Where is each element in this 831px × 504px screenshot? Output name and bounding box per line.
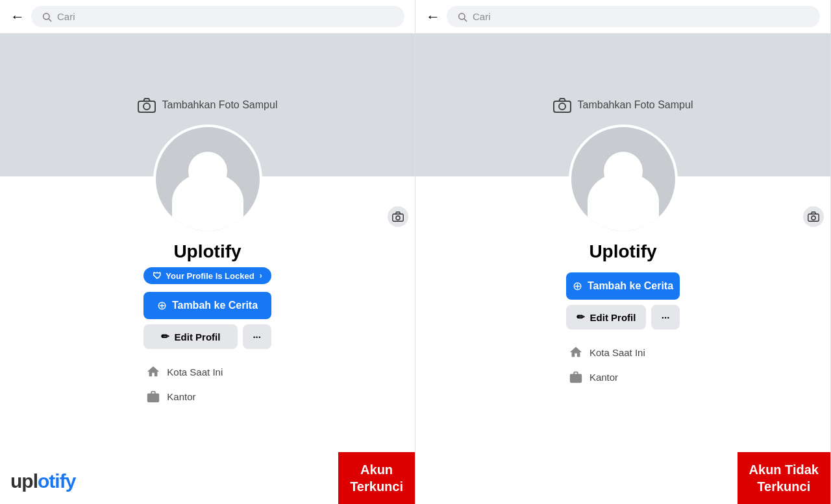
left-more-icon: ··· — [253, 331, 261, 342]
left-back-button[interactable]: ← — [10, 10, 25, 24]
left-info-city: Kota Saat Ini — [146, 359, 268, 384]
left-cover-text: Tambahkan Foto Sampul — [162, 99, 278, 111]
left-panel-content: Uplotify 🛡 Your Profile Is Locked › ⊕ Ta… — [0, 241, 415, 419]
right-cover-label: Tambahkan Foto Sampul — [553, 97, 693, 113]
left-locked-badge[interactable]: 🛡 Your Profile Is Locked › — [143, 267, 271, 284]
left-avatar-circle — [153, 125, 262, 234]
svg-line-1 — [49, 19, 51, 21]
right-edit-label: Edit Profil — [590, 312, 636, 323]
left-briefcase-icon — [146, 389, 160, 403]
right-camera-cover-icon — [553, 97, 571, 113]
left-camera-cover-icon — [138, 97, 156, 113]
left-search-placeholder: Cari — [57, 11, 75, 22]
right-silhouette-body — [588, 173, 659, 231]
right-search-icon — [457, 12, 467, 22]
left-edit-profile-button[interactable]: ✏ Edit Profil — [143, 324, 237, 349]
left-home-icon — [146, 365, 160, 379]
svg-point-3 — [143, 103, 150, 110]
right-info-city: Kota Saat Ini — [569, 340, 677, 365]
watermark-up: upl — [10, 470, 38, 492]
left-work-text: Kantor — [167, 391, 195, 402]
left-info-section: Kota Saat Ini Kantor — [143, 359, 271, 409]
svg-point-9 — [559, 103, 565, 110]
svg-line-7 — [464, 19, 467, 21]
main-container: ← Cari Tambahkan Foto Sampul — [0, 0, 831, 504]
right-panel-content: Uplotify ⊕ Tambah ke Cerita ✏ Edit Profi… — [416, 241, 830, 400]
right-work-text: Kantor — [589, 372, 618, 383]
left-city-text: Kota Saat Ini — [167, 366, 223, 378]
left-search-icon — [42, 12, 52, 22]
right-avatar-silhouette — [571, 127, 675, 231]
left-avatar-camera-icon — [392, 211, 404, 222]
left-action-row: ✏ Edit Profil ··· — [143, 324, 271, 349]
left-add-story-label: Tambah ke Cerita — [172, 300, 258, 311]
left-plus-icon: ⊕ — [157, 298, 167, 313]
right-home-icon — [569, 345, 583, 359]
left-account-badge: Akun Terkunci — [338, 452, 415, 504]
right-avatar-camera-button[interactable] — [802, 205, 825, 228]
right-panel: ← Cari Tambahkan Foto Sampul — [416, 0, 831, 504]
right-pencil-icon: ✏ — [577, 311, 585, 323]
left-add-story-button[interactable]: ⊕ Tambah ke Cerita — [143, 292, 271, 319]
left-more-button[interactable]: ··· — [243, 324, 271, 349]
svg-point-5 — [396, 216, 400, 220]
left-topbar: ← Cari — [0, 0, 415, 34]
left-chevron-right-icon: › — [260, 271, 262, 280]
right-add-story-button[interactable]: ⊕ Tambah ke Cerita — [566, 272, 680, 300]
left-edit-label: Edit Profil — [175, 331, 221, 342]
left-pencil-icon: ✏ — [161, 331, 169, 342]
right-profile-name: Uplotify — [589, 241, 656, 262]
right-info-section: Kota Saat Ini Kantor — [566, 340, 680, 389]
svg-point-11 — [812, 216, 815, 220]
right-add-story-label: Tambah ke Cerita — [588, 280, 673, 292]
right-action-row: ✏ Edit Profil ··· — [566, 305, 680, 330]
left-silhouette-body — [172, 173, 243, 231]
left-badge-line2: Terkunci — [350, 478, 403, 495]
right-topbar: ← Cari — [416, 0, 830, 34]
right-more-button[interactable]: ··· — [651, 305, 680, 330]
right-avatar-area — [416, 125, 830, 234]
right-back-button[interactable]: ← — [426, 10, 440, 24]
left-panel: ← Cari Tambahkan Foto Sampul — [0, 0, 416, 504]
left-avatar-area — [0, 125, 415, 234]
right-search-bar[interactable]: Cari — [447, 6, 820, 27]
left-cover-label: Tambahkan Foto Sampul — [138, 97, 278, 113]
right-account-badge: Akun Tidak Terkunci — [738, 452, 830, 504]
right-plus-icon: ⊕ — [573, 279, 582, 293]
left-shield-icon: 🛡 — [153, 270, 162, 281]
left-search-bar[interactable]: Cari — [31, 6, 404, 27]
right-cover-text: Tambahkan Foto Sampul — [578, 99, 693, 111]
right-edit-profile-button[interactable]: ✏ Edit Profil — [566, 305, 646, 330]
left-avatar-silhouette — [156, 127, 260, 231]
watermark: uplotify — [10, 470, 75, 492]
right-info-work: Kantor — [569, 365, 677, 389]
right-avatar-circle — [569, 125, 678, 234]
right-avatar-camera-icon — [808, 211, 819, 222]
right-badge-line2: Terkunci — [749, 478, 819, 495]
watermark-otify: otify — [38, 470, 75, 492]
right-search-placeholder: Cari — [473, 11, 491, 22]
right-city-text: Kota Saat Ini — [589, 347, 645, 358]
right-profile-info: Uplotify ⊕ Tambah ke Cerita ✏ Edit Profi… — [556, 241, 690, 389]
left-profile-name: Uplotify — [173, 241, 241, 262]
right-briefcase-icon — [569, 370, 583, 384]
right-badge-line1: Akun Tidak — [749, 461, 819, 478]
right-more-icon: ··· — [662, 312, 670, 323]
left-locked-text: Your Profile Is Locked — [166, 271, 254, 281]
left-avatar-camera-button[interactable] — [386, 205, 410, 228]
left-profile-info: Uplotify 🛡 Your Profile Is Locked › ⊕ Ta… — [133, 241, 281, 409]
left-badge-line1: Akun — [350, 461, 403, 478]
left-info-work: Kantor — [146, 384, 268, 409]
